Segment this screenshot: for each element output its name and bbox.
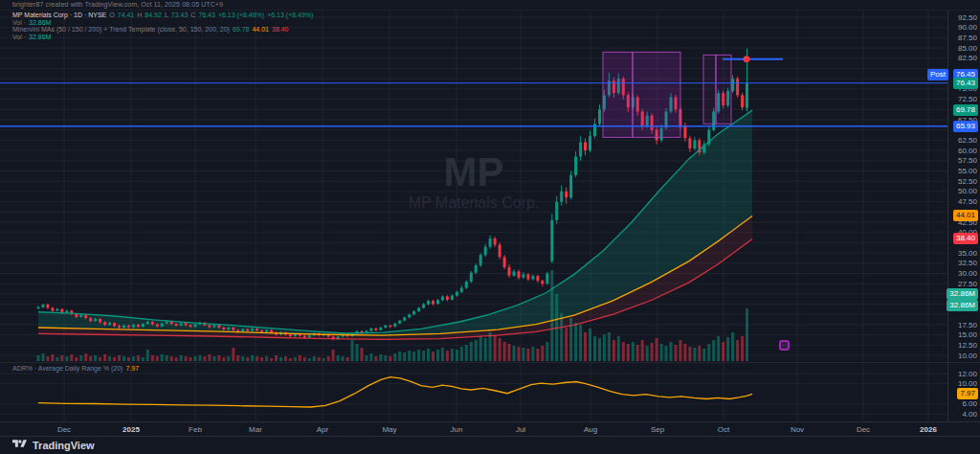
price-axis-label: 27.50 bbox=[958, 280, 977, 288]
open-label: O bbox=[109, 11, 114, 18]
indicator-legend-row[interactable]: Minervini MAs (50 / 150 / 200) + Trend T… bbox=[12, 26, 313, 34]
low-label: L bbox=[165, 11, 168, 18]
price-badge-69.78: 69.78 bbox=[953, 104, 978, 116]
volume-value-2: 32.86M bbox=[29, 34, 51, 40]
open-value: 74.41 bbox=[118, 11, 135, 18]
high-value: 84.92 bbox=[145, 11, 162, 18]
price-axis-label: 17.50 bbox=[958, 321, 977, 329]
time-axis-label-sep[interactable]: Sep bbox=[641, 425, 674, 434]
legend-panel: MP Materials Corp · 1D · NYSE O74.41 H84… bbox=[12, 11, 313, 40]
adr-axis-label: 12.00 bbox=[958, 370, 977, 378]
price-badge-76.43: 76.43 bbox=[953, 78, 978, 89]
high-label: H bbox=[137, 11, 142, 18]
price-axis-label: 10.00 bbox=[958, 352, 977, 360]
price-badge-7.97: 7.97 bbox=[957, 388, 978, 399]
time-axis-label-apr[interactable]: Apr bbox=[306, 425, 339, 434]
tradingview-logo-icon[interactable] bbox=[12, 437, 27, 454]
close-value: 76.43 bbox=[198, 11, 215, 18]
low-value: 73.43 bbox=[171, 11, 189, 18]
price-axis-label: 57.50 bbox=[958, 156, 977, 165]
price-axis-label: 50.00 bbox=[958, 187, 977, 195]
price-axis-label: 87.50 bbox=[958, 34, 977, 42]
volume-legend-row-1[interactable]: Vol · 32.86M bbox=[12, 19, 313, 27]
post-change-value: +6.13 (+8.49%) bbox=[267, 11, 313, 18]
symbol-title: MP Materials Corp · 1D · NYSE bbox=[12, 11, 106, 18]
price-axis-label: 55.00 bbox=[958, 167, 977, 175]
price-axis-label: 52.50 bbox=[958, 177, 977, 186]
time-axis-label-nov[interactable]: Nov bbox=[781, 425, 813, 434]
time-axis-label-2025[interactable]: 2025 bbox=[115, 425, 147, 434]
volume-value: 32.86M bbox=[29, 19, 51, 26]
price-axis-label: 32.50 bbox=[958, 259, 977, 267]
price-badge-32.86m: 32.86M bbox=[947, 300, 978, 311]
price-badge-44.01: 44.01 bbox=[953, 210, 978, 221]
price-badge-65.93: 65.93 bbox=[953, 121, 978, 132]
adr-axis-label: 4.00 bbox=[962, 410, 977, 419]
price-axis-label: 82.50 bbox=[958, 54, 977, 62]
time-axis-label-may[interactable]: May bbox=[373, 425, 406, 434]
attribution-text: brighter87 created with TradingView.com,… bbox=[0, 0, 980, 10]
price-axis-label: 35.00 bbox=[958, 249, 977, 258]
time-axis-label-feb[interactable]: Feb bbox=[179, 425, 212, 434]
time-axis-label-2026[interactable]: 2026 bbox=[912, 425, 945, 434]
price-axis-label: 62.50 bbox=[958, 136, 977, 145]
ma200-value: 38.40 bbox=[272, 26, 289, 33]
price-axis-label: 90.00 bbox=[958, 23, 977, 32]
adr-axis-label: 10.00 bbox=[958, 379, 977, 388]
change-value: +6.13 (+8.49%) bbox=[218, 11, 264, 18]
volume-label: Vol · bbox=[12, 19, 26, 26]
time-axis-label-dec[interactable]: Dec bbox=[847, 425, 880, 434]
time-axis-label-dec[interactable]: Dec bbox=[48, 425, 80, 434]
time-axis-label-jun[interactable]: Jun bbox=[440, 425, 473, 434]
ma150-value: 44.01 bbox=[252, 26, 269, 33]
price-axis-label: 15.00 bbox=[958, 330, 977, 339]
price-badge-post: Post bbox=[927, 69, 948, 80]
time-axis-label-aug[interactable]: Aug bbox=[574, 425, 607, 434]
price-axis-label: 92.50 bbox=[958, 13, 977, 22]
close-label: C bbox=[190, 11, 195, 18]
price-badge-32.86m: 32.86M bbox=[947, 288, 978, 300]
indicator-title: Minervini MAs (50 / 150 / 200) + Trend T… bbox=[12, 26, 230, 33]
adr-value: 7.97 bbox=[125, 365, 139, 372]
tradingview-wordmark[interactable]: TradingView bbox=[33, 440, 95, 451]
drawing-anchor-icon[interactable] bbox=[779, 340, 790, 351]
price-axis-label: 85.00 bbox=[958, 44, 977, 53]
chart-canvas[interactable] bbox=[0, 0, 980, 454]
volume-legend-row-2[interactable]: Vol · 32.86M bbox=[12, 34, 313, 41]
bottom-toolbar: TradingView bbox=[0, 436, 980, 454]
ma50-value: 69.78 bbox=[233, 26, 250, 33]
price-scale[interactable]: 92.5090.0087.5085.0082.5075.0072.5067.50… bbox=[947, 11, 980, 421]
adr-title: ADR% · Average Daily Range % (20) bbox=[12, 365, 122, 372]
time-scale[interactable]: Dec2025FebMarAprMayJunJulAugSepOctNovDec… bbox=[0, 421, 980, 436]
symbol-legend-row[interactable]: MP Materials Corp · 1D · NYSE O74.41 H84… bbox=[12, 11, 313, 19]
adr-legend-row[interactable]: ADR% · Average Daily Range % (20) 7.97 bbox=[12, 365, 139, 373]
pane-separator[interactable] bbox=[0, 362, 980, 363]
time-axis-label-oct[interactable]: Oct bbox=[707, 425, 740, 434]
attribution-bar: brighter87 created with TradingView.com,… bbox=[0, 0, 980, 11]
volume-label-2: Vol · bbox=[12, 34, 26, 40]
price-axis-label: 72.50 bbox=[958, 95, 977, 103]
price-axis-label: 47.50 bbox=[958, 197, 977, 206]
time-axis-label-jul[interactable]: Jul bbox=[504, 425, 537, 434]
price-axis-label: 12.50 bbox=[958, 341, 977, 350]
adr-axis-label: 6.00 bbox=[962, 399, 977, 408]
time-axis-label-mar[interactable]: Mar bbox=[239, 425, 272, 434]
price-axis-label: 30.00 bbox=[958, 269, 977, 278]
price-axis-label: 60.00 bbox=[958, 147, 977, 155]
price-badge-38.40: 38.40 bbox=[953, 233, 978, 244]
